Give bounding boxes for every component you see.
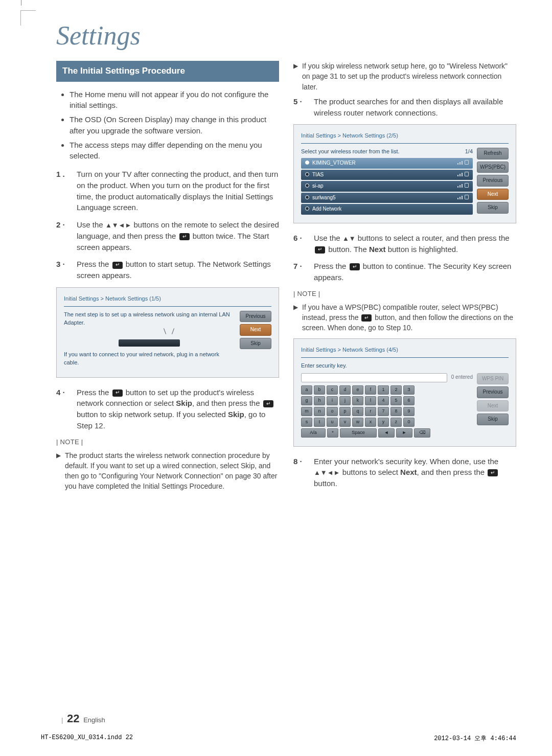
key[interactable]: 3 (403, 385, 415, 395)
refresh-button[interactable]: Refresh (477, 148, 509, 159)
router-row[interactable]: si-ap (301, 181, 473, 192)
step-num: 8 · (293, 456, 308, 489)
key[interactable]: 2 (390, 385, 402, 395)
key[interactable]: c (327, 385, 338, 395)
previous-button[interactable]: Previous (240, 311, 271, 323)
key[interactable]: 8 (390, 407, 402, 416)
router-row-add[interactable]: Add Network (301, 204, 473, 215)
next-button[interactable]: Next (240, 324, 271, 336)
enter-icon (179, 233, 190, 240)
key[interactable]: b (314, 385, 325, 395)
step-text: Enter your network's security key. When … (314, 456, 516, 489)
key[interactable]: 0 (403, 418, 415, 427)
step-num: 3 · (56, 259, 71, 281)
doc-footer: HT-ES6200_XU_0314.indd 22 2012-03-14 오후 … (41, 734, 516, 743)
key[interactable]: w (352, 418, 363, 427)
step-text: The product searches for and then displa… (314, 96, 516, 119)
bullet-item: The Home menu will not appear if you do … (70, 89, 279, 111)
key[interactable]: e (352, 385, 363, 395)
key[interactable]: 7 (378, 407, 389, 416)
key[interactable]: 9 (403, 407, 415, 416)
ss-text: The next step is to set up a wireless ne… (64, 311, 235, 327)
key[interactable]: r (365, 407, 376, 416)
key-case[interactable]: A/a (301, 428, 326, 438)
intro-bullets: The Home menu will not appear if you do … (56, 89, 279, 162)
router-row[interactable]: surlwang5 (301, 193, 473, 203)
skip-button[interactable]: Skip (240, 338, 271, 350)
note-item: ▶ If you skip wireless network setup her… (293, 61, 516, 92)
previous-button[interactable]: Previous (477, 386, 509, 398)
ss-button-col: WPS PIN Previous Next Skip (477, 373, 509, 439)
key[interactable]: v (339, 418, 351, 427)
key[interactable]: d (339, 385, 351, 395)
triangle-icon: ▶ (56, 451, 61, 492)
key[interactable]: g (301, 396, 312, 405)
wpspin-button[interactable]: WPS PIN (477, 373, 509, 385)
key[interactable]: j (339, 396, 351, 405)
key[interactable]: x (365, 418, 376, 427)
next-button[interactable]: Next (477, 400, 509, 412)
step-text: Press the button to continue. The Securi… (314, 261, 516, 283)
skip-button[interactable]: Skip (477, 414, 509, 425)
key[interactable]: u (327, 418, 338, 427)
key[interactable]: n (314, 407, 325, 416)
note-label: NOTE (293, 289, 516, 299)
key-backspace[interactable]: ⌫ (414, 428, 430, 438)
key[interactable]: l (365, 396, 376, 405)
next-button[interactable]: Next (477, 189, 509, 200)
key[interactable]: y (378, 418, 389, 427)
key-right[interactable]: ► (396, 428, 412, 438)
arrow-icons: ▲▼◄► (314, 469, 340, 476)
key[interactable]: o (327, 407, 338, 416)
wps-button[interactable]: WPS(PBC) (477, 162, 509, 173)
key[interactable]: m (301, 407, 312, 416)
signal-icon (457, 161, 463, 165)
key[interactable]: q (352, 407, 363, 416)
step-7: 7 · Press the button to continue. The Se… (293, 261, 516, 283)
router-row[interactable]: KIMING_VTOWER (301, 158, 473, 169)
key[interactable]: 1 (378, 385, 389, 395)
step-text: Press the button to start setup. The Net… (77, 259, 279, 281)
step-text: Use the ▲▼ buttons to select a router, a… (314, 233, 516, 255)
key[interactable]: 6 (403, 396, 415, 405)
skip-button[interactable]: Skip (477, 202, 509, 214)
triangle-icon: ▶ (293, 303, 298, 333)
steps-left-2: 4 · Press the button to set up the produ… (56, 387, 279, 431)
key[interactable]: p (339, 407, 351, 416)
previous-button[interactable]: Previous (477, 175, 509, 187)
key[interactable]: a (301, 385, 312, 395)
note-item: ▶ If you have a WPS(PBC) compatible rout… (293, 302, 516, 333)
divider (64, 306, 271, 307)
lock-icon (465, 172, 469, 176)
right-column: ▶ If you skip wireless network setup her… (293, 61, 516, 496)
bullet-item: The OSD (On Screen Display) may change i… (70, 114, 279, 136)
note-text: The product starts the wireless network … (65, 450, 279, 492)
key[interactable]: z (390, 418, 402, 427)
note-text: If you skip wireless network setup here,… (302, 61, 516, 92)
key[interactable]: f (365, 385, 376, 395)
steps-right: 5 · The product searches for and then di… (293, 96, 516, 119)
breadcrumb: Initial Settings > Network Settings (2/5… (301, 132, 509, 140)
ss-prompt: Select your wireless router from the lis… (301, 148, 400, 156)
key-left[interactable]: ◄ (378, 428, 395, 438)
step-text: Use the ▲▼◄► buttons on the remote to se… (77, 219, 279, 253)
key-space[interactable]: Space (340, 428, 377, 438)
key[interactable]: s (301, 418, 312, 427)
arrow-icons: ▲▼ (342, 235, 356, 242)
key[interactable]: h (314, 396, 325, 405)
key[interactable]: k (352, 396, 363, 405)
manual-page: Settings The Initial Settings Procedure … (0, 0, 552, 756)
footer-stamp: 2012-03-14 오후 4:46:44 (434, 734, 516, 743)
key[interactable]: t (314, 418, 325, 427)
key[interactable]: i (327, 396, 338, 405)
key-star[interactable]: * (327, 428, 338, 438)
enter-icon (361, 314, 372, 322)
key[interactable]: 4 (378, 396, 389, 405)
step-text: Turn on your TV after connecting the pro… (77, 169, 279, 213)
key[interactable]: 5 (390, 396, 402, 405)
security-key-input[interactable] (301, 373, 447, 382)
step-num: 7 · (293, 261, 308, 283)
note-item: ▶ The product starts the wireless networ… (56, 450, 279, 492)
router-row[interactable]: TIAS (301, 170, 473, 180)
lock-icon (465, 183, 469, 188)
